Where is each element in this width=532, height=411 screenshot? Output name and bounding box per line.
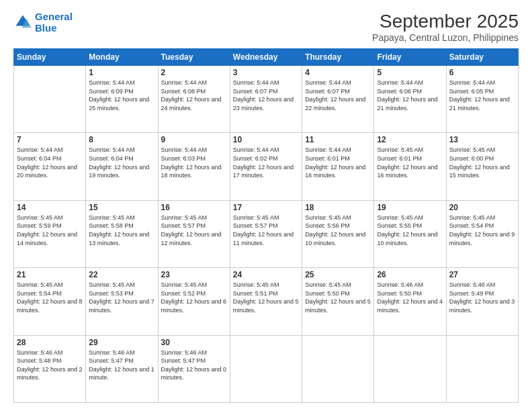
cell-w5-d7 — [446, 335, 518, 402]
day-number: 26 — [377, 270, 443, 279]
cell-w3-d5: 18Sunrise: 5:45 AMSunset: 5:56 PMDayligh… — [302, 200, 374, 267]
title-block: September 2025 Papaya, Central Luzon, Ph… — [372, 11, 519, 43]
day-info: Sunrise: 5:46 AMSunset: 5:50 PMDaylight:… — [377, 281, 443, 314]
day-info: Sunrise: 5:45 AMSunset: 5:54 PMDaylight:… — [17, 281, 83, 314]
day-number: 7 — [17, 135, 83, 144]
cell-w1-d3: 2Sunrise: 5:44 AMSunset: 6:08 PMDaylight… — [158, 66, 230, 133]
month-title: September 2025 — [372, 11, 519, 32]
day-number: 3 — [233, 68, 299, 77]
cell-w4-d4: 24Sunrise: 5:45 AMSunset: 5:51 PMDayligh… — [230, 268, 302, 335]
page: General Blue September 2025 Papaya, Cent… — [0, 0, 532, 411]
cell-w5-d6 — [374, 335, 446, 402]
day-number: 24 — [233, 270, 299, 279]
day-info: Sunrise: 5:45 AMSunset: 5:58 PMDaylight:… — [89, 214, 154, 247]
cell-w5-d2: 29Sunrise: 5:46 AMSunset: 5:47 PMDayligh… — [86, 335, 158, 402]
day-number: 23 — [161, 270, 227, 279]
day-number: 21 — [17, 270, 83, 279]
day-info: Sunrise: 5:44 AMSunset: 6:07 PMDaylight:… — [233, 79, 299, 112]
day-number: 19 — [377, 203, 443, 212]
cell-w2-d6: 12Sunrise: 5:45 AMSunset: 6:01 PMDayligh… — [374, 133, 446, 200]
day-info: Sunrise: 5:45 AMSunset: 5:56 PMDaylight:… — [305, 214, 371, 247]
logo-icon — [13, 13, 32, 32]
day-number: 13 — [449, 135, 515, 144]
day-info: Sunrise: 5:45 AMSunset: 5:50 PMDaylight:… — [305, 281, 371, 314]
cell-w1-d4: 3Sunrise: 5:44 AMSunset: 6:07 PMDaylight… — [230, 66, 302, 133]
day-number: 1 — [89, 68, 154, 77]
day-info: Sunrise: 5:45 AMSunset: 5:57 PMDaylight:… — [161, 214, 227, 247]
day-info: Sunrise: 5:45 AMSunset: 5:55 PMDaylight:… — [377, 214, 443, 247]
day-number: 30 — [161, 338, 227, 347]
day-info: Sunrise: 5:46 AMSunset: 5:48 PMDaylight:… — [17, 349, 83, 382]
cell-w1-d7: 6Sunrise: 5:44 AMSunset: 6:05 PMDaylight… — [446, 66, 518, 133]
day-info: Sunrise: 5:44 AMSunset: 6:01 PMDaylight:… — [305, 146, 371, 179]
day-info: Sunrise: 5:45 AMSunset: 5:52 PMDaylight:… — [161, 281, 227, 314]
cell-w4-d5: 25Sunrise: 5:45 AMSunset: 5:50 PMDayligh… — [302, 268, 374, 335]
header: General Blue September 2025 Papaya, Cent… — [13, 11, 519, 43]
cell-w1-d2: 1Sunrise: 5:44 AMSunset: 6:09 PMDaylight… — [86, 66, 158, 133]
cell-w1-d6: 5Sunrise: 5:44 AMSunset: 6:06 PMDaylight… — [374, 66, 446, 133]
day-info: Sunrise: 5:44 AMSunset: 6:03 PMDaylight:… — [161, 146, 227, 179]
col-thursday: Thursday — [302, 49, 374, 66]
day-number: 18 — [305, 203, 371, 212]
day-info: Sunrise: 5:46 AMSunset: 5:47 PMDaylight:… — [89, 349, 154, 382]
cell-w5-d4 — [230, 335, 302, 402]
location: Papaya, Central Luzon, Philippines — [372, 32, 519, 43]
cell-w4-d3: 23Sunrise: 5:45 AMSunset: 5:52 PMDayligh… — [158, 268, 230, 335]
day-info: Sunrise: 5:44 AMSunset: 6:04 PMDaylight:… — [89, 146, 154, 179]
day-number: 12 — [377, 135, 443, 144]
day-info: Sunrise: 5:44 AMSunset: 6:08 PMDaylight:… — [161, 79, 227, 112]
cell-w2-d2: 8Sunrise: 5:44 AMSunset: 6:04 PMDaylight… — [86, 133, 158, 200]
cell-w2-d5: 11Sunrise: 5:44 AMSunset: 6:01 PMDayligh… — [302, 133, 374, 200]
day-info: Sunrise: 5:44 AMSunset: 6:07 PMDaylight:… — [305, 79, 371, 112]
logo: General Blue — [13, 11, 73, 34]
day-number: 16 — [161, 203, 227, 212]
day-number: 15 — [89, 203, 154, 212]
day-info: Sunrise: 5:45 AMSunset: 6:01 PMDaylight:… — [377, 146, 443, 179]
day-number: 6 — [449, 68, 515, 77]
day-info: Sunrise: 5:46 AMSunset: 5:49 PMDaylight:… — [449, 281, 515, 314]
cell-w3-d7: 20Sunrise: 5:45 AMSunset: 5:54 PMDayligh… — [446, 200, 518, 267]
day-info: Sunrise: 5:45 AMSunset: 6:00 PMDaylight:… — [449, 146, 515, 179]
calendar-header-row: Sunday Monday Tuesday Wednesday Thursday… — [14, 49, 519, 66]
day-number: 20 — [449, 203, 515, 212]
week-row-5: 28Sunrise: 5:46 AMSunset: 5:48 PMDayligh… — [14, 335, 519, 402]
day-info: Sunrise: 5:44 AMSunset: 6:04 PMDaylight:… — [17, 146, 83, 179]
day-info: Sunrise: 5:45 AMSunset: 5:51 PMDaylight:… — [233, 281, 299, 314]
cell-w2-d4: 10Sunrise: 5:44 AMSunset: 6:02 PMDayligh… — [230, 133, 302, 200]
cell-w2-d3: 9Sunrise: 5:44 AMSunset: 6:03 PMDaylight… — [158, 133, 230, 200]
calendar-table: Sunday Monday Tuesday Wednesday Thursday… — [13, 48, 519, 403]
day-number: 17 — [233, 203, 299, 212]
col-friday: Friday — [374, 49, 446, 66]
cell-w5-d1: 28Sunrise: 5:46 AMSunset: 5:48 PMDayligh… — [14, 335, 86, 402]
day-info: Sunrise: 5:44 AMSunset: 6:06 PMDaylight:… — [377, 79, 443, 112]
cell-w2-d1: 7Sunrise: 5:44 AMSunset: 6:04 PMDaylight… — [14, 133, 86, 200]
day-number: 9 — [161, 135, 227, 144]
cell-w1-d1 — [14, 66, 86, 133]
day-number: 2 — [161, 68, 227, 77]
cell-w1-d5: 4Sunrise: 5:44 AMSunset: 6:07 PMDaylight… — [302, 66, 374, 133]
day-info: Sunrise: 5:44 AMSunset: 6:02 PMDaylight:… — [233, 146, 299, 179]
cell-w3-d3: 16Sunrise: 5:45 AMSunset: 5:57 PMDayligh… — [158, 200, 230, 267]
day-number: 27 — [449, 270, 515, 279]
day-number: 10 — [233, 135, 299, 144]
cell-w4-d1: 21Sunrise: 5:45 AMSunset: 5:54 PMDayligh… — [14, 268, 86, 335]
day-number: 28 — [17, 338, 83, 347]
cell-w5-d5 — [302, 335, 374, 402]
day-number: 11 — [305, 135, 371, 144]
cell-w3-d4: 17Sunrise: 5:45 AMSunset: 5:57 PMDayligh… — [230, 200, 302, 267]
day-number: 8 — [89, 135, 154, 144]
week-row-3: 14Sunrise: 5:45 AMSunset: 5:59 PMDayligh… — [14, 200, 519, 267]
day-info: Sunrise: 5:45 AMSunset: 5:59 PMDaylight:… — [17, 214, 83, 247]
day-info: Sunrise: 5:46 AMSunset: 5:47 PMDaylight:… — [161, 349, 227, 382]
col-monday: Monday — [86, 49, 158, 66]
day-number: 25 — [305, 270, 371, 279]
cell-w4-d7: 27Sunrise: 5:46 AMSunset: 5:49 PMDayligh… — [446, 268, 518, 335]
col-wednesday: Wednesday — [230, 49, 302, 66]
logo-text: General Blue — [35, 11, 73, 34]
day-info: Sunrise: 5:45 AMSunset: 5:54 PMDaylight:… — [449, 214, 515, 247]
week-row-1: 1Sunrise: 5:44 AMSunset: 6:09 PMDaylight… — [14, 66, 519, 133]
col-sunday: Sunday — [14, 49, 86, 66]
day-number: 22 — [89, 270, 154, 279]
day-number: 5 — [377, 68, 443, 77]
cell-w2-d7: 13Sunrise: 5:45 AMSunset: 6:00 PMDayligh… — [446, 133, 518, 200]
